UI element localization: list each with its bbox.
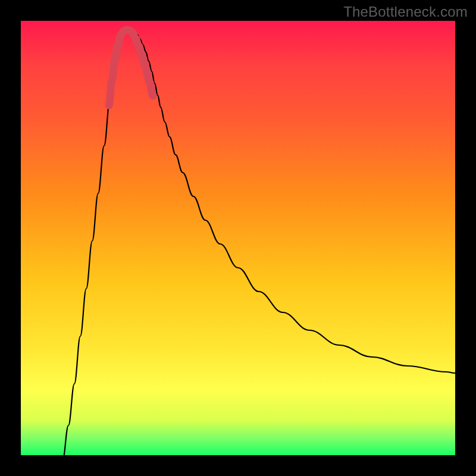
plot-area xyxy=(21,21,455,455)
chart-stage: TheBottleneck.com xyxy=(0,0,476,476)
watermark-label: TheBottleneck.com xyxy=(343,4,468,20)
curve-layer xyxy=(21,21,455,455)
marker-curve xyxy=(109,30,153,105)
main-curve xyxy=(62,30,455,455)
